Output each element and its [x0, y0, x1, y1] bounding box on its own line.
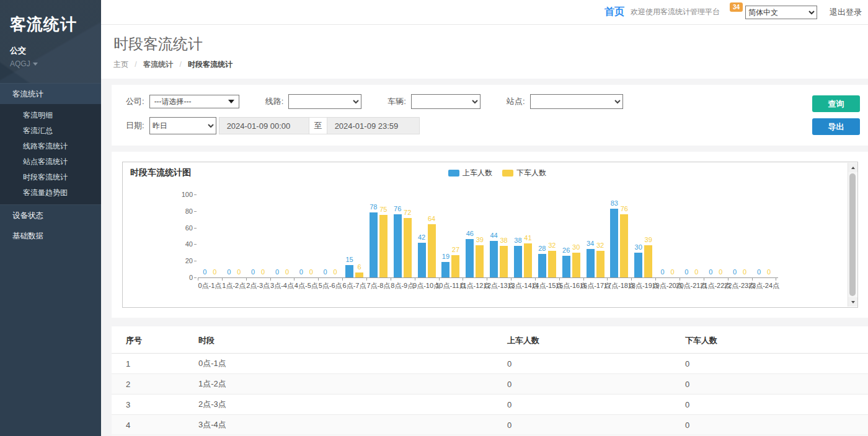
chart-panel: 时段车流统计图 上车人数 下车人数 020406080100000点-1点001…: [112, 152, 868, 318]
bar-上车人数: [634, 253, 642, 277]
x-axis-tick: [198, 278, 198, 281]
sidebar-subitem[interactable]: 时段客流统计: [0, 170, 101, 185]
bar-value-label: 72: [395, 209, 420, 216]
y-axis-tick: [194, 211, 197, 212]
table-row: 1 0点-1点 0 0: [112, 354, 868, 374]
bar-上车人数: [441, 262, 450, 277]
bar-上车人数: [370, 212, 378, 277]
query-button[interactable]: 查询: [812, 95, 860, 112]
bar-上车人数: [490, 241, 498, 277]
sidebar-subitem[interactable]: 站点客流统计: [0, 154, 101, 170]
line-label: 线路:: [265, 96, 284, 107]
export-button[interactable]: 导出: [812, 118, 860, 135]
cell-boarding: 0: [493, 395, 671, 415]
topbar: 首页 欢迎使用客流统计管理平台 34 简体中文 退出登录: [101, 0, 868, 25]
x-axis-tick: [463, 278, 463, 281]
sidebar-item-passenger-stats[interactable]: 客流统计: [0, 83, 101, 104]
x-axis-tick: [318, 278, 319, 281]
company-select[interactable]: ---请选择---: [149, 95, 239, 108]
content-area: 公司: ---请选择--- 线路: 车辆:: [101, 79, 868, 436]
sidebar-item-device-status[interactable]: 设备状态: [0, 204, 101, 225]
x-axis-tick: [270, 278, 271, 281]
org-code-label: AQGJ: [10, 59, 30, 68]
sidebar-subitem[interactable]: 客流汇总: [0, 123, 101, 139]
scrollbar-thumb[interactable]: [849, 173, 856, 296]
chart-scrollbar: [848, 163, 857, 307]
bar-value-label: 0: [323, 268, 348, 276]
date-to-input[interactable]: [327, 117, 420, 134]
home-link[interactable]: 首页: [604, 6, 624, 19]
arrow-down-icon: [851, 301, 855, 303]
date-range-separator: 至: [309, 117, 327, 134]
x-axis-tick: [752, 278, 753, 281]
bar-下车人数: [500, 246, 508, 277]
scroll-down-button[interactable]: [848, 297, 857, 307]
bar-上车人数: [587, 249, 595, 277]
cell-alighting: 0: [671, 395, 868, 415]
filter-panel: 公司: ---请选择--- 线路: 车辆:: [112, 85, 868, 146]
bar-下车人数: [476, 245, 484, 277]
y-axis-label: 20: [172, 257, 193, 264]
bar-上车人数: [418, 243, 426, 277]
vehicle-select[interactable]: [411, 94, 480, 109]
x-axis-tick: [487, 278, 487, 281]
breadcrumb: 主页 / 客流统计 / 时段客流统计: [113, 59, 856, 70]
sidebar-item-base-data[interactable]: 基础数据: [0, 225, 101, 246]
sidebar-subitem[interactable]: 客流明细: [0, 108, 101, 123]
col-header-alighting: 下车人数: [671, 326, 868, 354]
cell-alighting: 0: [671, 354, 868, 374]
vehicle-label: 车辆:: [388, 96, 406, 107]
dropdown-arrow-icon: [228, 100, 234, 103]
bar-上车人数: [394, 214, 402, 277]
x-axis-tick: [366, 278, 367, 281]
line-select[interactable]: [288, 94, 361, 109]
col-header-period: 时段: [184, 326, 493, 354]
data-table-panel: 序号 时段 上车人数 下车人数 1 0点-1点 0 0 2 1点-2点 0 0 …: [112, 326, 868, 436]
x-axis-line: [198, 277, 778, 278]
x-axis-tick: [439, 278, 440, 281]
date-from-input[interactable]: [219, 117, 309, 134]
breadcrumb-section[interactable]: 客流统计: [143, 60, 173, 69]
x-axis-tick: [342, 278, 343, 281]
station-label: 站点:: [507, 96, 525, 107]
y-axis-tick: [194, 277, 197, 278]
breadcrumb-separator: /: [135, 60, 136, 69]
sidebar-subitem[interactable]: 线路客流统计: [0, 139, 101, 154]
y-axis-tick: [194, 194, 197, 195]
bar-上车人数: [562, 256, 570, 277]
cell-period: 3点-4点: [184, 415, 493, 435]
y-axis-label: 40: [172, 240, 193, 248]
cell-alighting: 0: [671, 374, 868, 395]
sidebar: 客流统计 公交 AQGJ 客流统计 客流明细 客流汇总 线路客流统计 站点客流统…: [0, 0, 101, 436]
date-preset-select[interactable]: 昨日: [149, 117, 216, 134]
station-select[interactable]: [530, 94, 623, 109]
cell-index: 4: [112, 415, 184, 435]
org-name: 公交: [0, 35, 101, 56]
x-axis-tick: [728, 278, 728, 281]
x-axis-tick: [391, 278, 391, 281]
cell-period: 0点-1点: [184, 354, 493, 374]
date-label: 日期:: [126, 120, 144, 131]
sidebar-menu: 客流统计 客流明细 客流汇总 线路客流统计 站点客流统计 时段客流统计 客流量趋…: [0, 83, 101, 246]
cell-boarding: 0: [493, 354, 671, 374]
bar-下车人数: [548, 251, 556, 277]
bar-下车人数: [379, 215, 388, 277]
logout-link[interactable]: 退出登录: [823, 7, 862, 18]
y-axis-label: 80: [172, 207, 193, 215]
language-select[interactable]: 简体中文: [745, 6, 817, 19]
scroll-up-button[interactable]: [848, 163, 857, 172]
bar-chart: 020406080100000点-1点001点-2点002点-3点003点-4点…: [123, 162, 848, 307]
x-axis-tick: [415, 278, 415, 281]
cell-period: 1点-2点: [184, 374, 493, 395]
cell-boarding: 0: [493, 415, 671, 435]
chart-container: 时段车流统计图 上车人数 下车人数 020406080100000点-1点001…: [122, 162, 858, 308]
bar-上车人数: [538, 254, 546, 277]
bar-下车人数: [355, 272, 363, 277]
org-code-dropdown[interactable]: AQGJ: [0, 56, 101, 68]
col-header-boarding: 上车人数: [493, 326, 671, 354]
bar-value-label: 6: [347, 263, 372, 271]
breadcrumb-home[interactable]: 主页: [113, 60, 128, 69]
x-axis-tick: [607, 278, 608, 281]
sidebar-subitem[interactable]: 客流量趋势图: [0, 185, 101, 201]
chevron-down-icon: [33, 63, 38, 66]
